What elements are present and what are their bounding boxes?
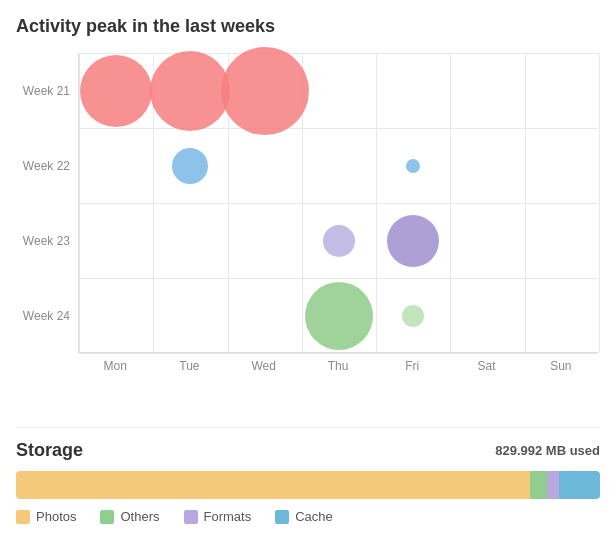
x-label-0: Mon [103,359,126,373]
legend-item-cache: Cache [275,509,333,524]
grid-line-h [79,203,598,204]
legend-label-photos: Photos [36,509,76,524]
chart-title: Activity peak in the last weeks [16,16,600,37]
bubble-8 [402,305,424,327]
x-label-2: Wed [251,359,275,373]
grid-line-v [376,53,377,352]
bubble-3 [172,148,208,184]
storage-title: Storage [16,440,83,461]
x-axis-labels: MonTueWedThuFriSatSun [78,359,598,379]
y-axis-labels: Week 21Week 22Week 23Week 24 [16,53,78,353]
bubble-5 [323,225,355,257]
legend-color-photos [16,510,30,524]
legend-label-others: Others [120,509,159,524]
storage-bar [16,471,600,499]
storage-header: Storage 829.992 MB used [16,440,600,461]
x-label-5: Sat [478,359,496,373]
storage-segment-formats [547,471,559,499]
bubble-1 [150,51,230,131]
bubble-7 [305,282,373,350]
legend-color-others [100,510,114,524]
bubble-chart-area: Week 21Week 22Week 23Week 24 MonTueWedTh… [16,53,600,379]
y-label-1: Week 22 [16,160,70,172]
grid-line-v [599,53,600,352]
storage-used: 829.992 MB used [495,443,600,458]
y-label-0: Week 21 [16,85,70,97]
grid-line-v [79,53,80,352]
grid-line-h [79,53,598,54]
storage-segment-photos [16,471,530,499]
legend-color-formats [184,510,198,524]
grid-line-v [525,53,526,352]
bubble-2 [221,47,309,135]
page-container: Activity peak in the last weeks Week 21W… [16,16,600,524]
legend-label-formats: Formats [204,509,252,524]
bubble-4 [406,159,420,173]
legend-item-formats: Formats [184,509,252,524]
bubble-chart [78,53,598,353]
legend-item-others: Others [100,509,159,524]
grid-line-v [450,53,451,352]
legend-label-cache: Cache [295,509,333,524]
storage-section: Storage 829.992 MB used PhotosOthersForm… [16,427,600,524]
legend-color-cache [275,510,289,524]
bubble-6 [387,215,439,267]
x-label-4: Fri [405,359,419,373]
y-label-2: Week 23 [16,235,70,247]
grid-line-h [79,128,598,129]
x-label-3: Thu [328,359,349,373]
x-label-6: Sun [550,359,571,373]
bubble-0 [80,55,152,127]
storage-segment-others [530,471,548,499]
storage-legend: PhotosOthersFormatsCache [16,509,600,524]
grid-line-h [79,353,598,354]
grid-line-h [79,278,598,279]
y-label-3: Week 24 [16,310,70,322]
x-label-1: Tue [179,359,199,373]
storage-segment-cache [559,471,600,499]
legend-item-photos: Photos [16,509,76,524]
